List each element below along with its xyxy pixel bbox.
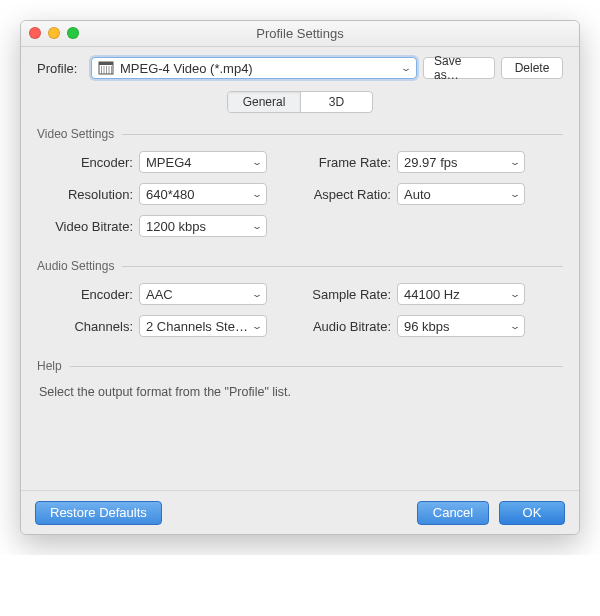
chevron-down-icon: ⌄	[244, 321, 263, 331]
chevron-down-icon: ⌄	[502, 321, 521, 331]
chevron-down-icon: ⌄	[400, 63, 413, 73]
audio-encoder-select[interactable]: AAC ⌄	[139, 283, 267, 305]
tabs: General 3D	[37, 91, 563, 113]
tab-3d[interactable]: 3D	[300, 92, 372, 112]
svg-rect-1	[99, 62, 113, 65]
audio-bitrate-value: 96 kbps	[404, 319, 506, 334]
audio-encoder-label: Encoder:	[37, 287, 139, 302]
audio-settings-header: Audio Settings	[37, 259, 563, 273]
channels-select[interactable]: 2 Channels Stereo ⌄	[139, 315, 267, 337]
chevron-down-icon: ⌄	[244, 289, 263, 299]
frame-rate-value: 29.97 fps	[404, 155, 506, 170]
channels-label: Channels:	[37, 319, 139, 334]
video-settings-title: Video Settings	[37, 127, 114, 141]
audio-bitrate-label: Audio Bitrate:	[297, 319, 397, 334]
help-group: Help Select the output format from the "…	[37, 359, 563, 468]
help-header: Help	[37, 359, 563, 373]
divider	[122, 266, 563, 267]
sample-rate-label: Sample Rate:	[297, 287, 397, 302]
chevron-down-icon: ⌄	[502, 189, 521, 199]
save-as-button[interactable]: Save as…	[423, 57, 495, 79]
window-title: Profile Settings	[256, 26, 343, 41]
audio-settings-group: Audio Settings Encoder: AAC ⌄ Sample Rat…	[37, 259, 563, 337]
chevron-down-icon: ⌄	[502, 289, 521, 299]
chevron-down-icon: ⌄	[502, 157, 521, 167]
profile-row: Profile: MPEG-4 Video (*.mp4) ⌄ S	[37, 57, 563, 79]
chevron-down-icon: ⌄	[244, 189, 263, 199]
cancel-button[interactable]: Cancel	[417, 501, 489, 525]
video-settings-header: Video Settings	[37, 127, 563, 141]
resolution-select[interactable]: 640*480 ⌄	[139, 183, 267, 205]
profile-label: Profile:	[37, 61, 85, 76]
video-bitrate-select[interactable]: 1200 kbps ⌄	[139, 215, 267, 237]
chevron-down-icon: ⌄	[244, 221, 263, 231]
audio-encoder-value: AAC	[146, 287, 248, 302]
video-bitrate-label: Video Bitrate:	[37, 219, 139, 234]
divider	[70, 366, 563, 367]
close-icon[interactable]	[29, 27, 41, 39]
footer: Restore Defaults Cancel OK	[21, 490, 579, 534]
resolution-label: Resolution:	[37, 187, 139, 202]
window-body: Profile: MPEG-4 Video (*.mp4) ⌄ S	[21, 47, 579, 468]
tab-general[interactable]: General	[228, 92, 300, 112]
video-encoder-label: Encoder:	[37, 155, 139, 170]
channels-value: 2 Channels Stereo	[146, 319, 248, 334]
aspect-ratio-label: Aspect Ratio:	[297, 187, 397, 202]
divider	[122, 134, 563, 135]
frame-rate-label: Frame Rate:	[297, 155, 397, 170]
video-encoder-value: MPEG4	[146, 155, 248, 170]
video-bitrate-value: 1200 kbps	[146, 219, 248, 234]
frame-rate-select[interactable]: 29.97 fps ⌄	[397, 151, 525, 173]
help-text: Select the output format from the "Profi…	[37, 383, 563, 403]
mpeg-file-icon	[98, 61, 114, 75]
profile-select-value: MPEG-4 Video (*.mp4)	[120, 61, 402, 76]
profile-select[interactable]: MPEG-4 Video (*.mp4) ⌄	[91, 57, 417, 79]
ok-button[interactable]: OK	[499, 501, 565, 525]
window-controls	[29, 27, 79, 39]
delete-button[interactable]: Delete	[501, 57, 563, 79]
resolution-value: 640*480	[146, 187, 248, 202]
sample-rate-select[interactable]: 44100 Hz ⌄	[397, 283, 525, 305]
titlebar: Profile Settings	[21, 21, 579, 47]
chevron-down-icon: ⌄	[244, 157, 263, 167]
audio-bitrate-select[interactable]: 96 kbps ⌄	[397, 315, 525, 337]
restore-defaults-button[interactable]: Restore Defaults	[35, 501, 162, 525]
zoom-icon[interactable]	[67, 27, 79, 39]
video-encoder-select[interactable]: MPEG4 ⌄	[139, 151, 267, 173]
aspect-ratio-select[interactable]: Auto ⌄	[397, 183, 525, 205]
profile-settings-window: Profile Settings Profile: MPEG-4 Vi	[20, 20, 580, 535]
video-settings-group: Video Settings Encoder: MPEG4 ⌄ Frame Ra…	[37, 127, 563, 237]
tab-segment: General 3D	[227, 91, 373, 113]
sample-rate-value: 44100 Hz	[404, 287, 506, 302]
help-title: Help	[37, 359, 62, 373]
minimize-icon[interactable]	[48, 27, 60, 39]
aspect-ratio-value: Auto	[404, 187, 506, 202]
audio-settings-title: Audio Settings	[37, 259, 114, 273]
